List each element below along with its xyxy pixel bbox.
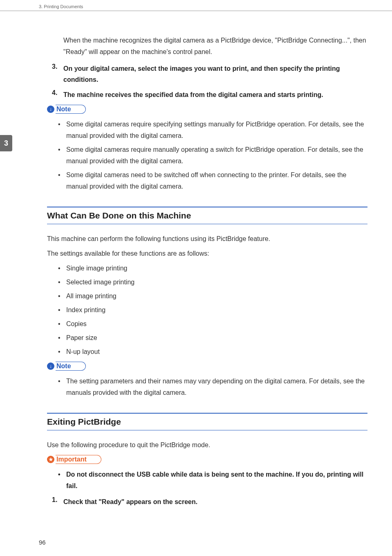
note-callout: ↓ Note — [47, 105, 367, 114]
note-list: Some digital cameras require specifying … — [57, 119, 367, 192]
list-item: Copies — [57, 318, 367, 330]
step-text: On your digital camera, select the image… — [63, 63, 367, 85]
step-number: 4. — [52, 89, 63, 100]
page-header: 3. Printing Documents — [39, 4, 83, 9]
step-text: Check that "Ready" appears on the screen… — [63, 496, 367, 507]
chapter-tab: 3 — [0, 135, 12, 151]
feature-list: Single image printing Selected image pri… — [57, 263, 367, 358]
note-border: Note — [56, 105, 86, 114]
header-rule — [0, 11, 392, 11]
list-item: The setting parameters and their names m… — [57, 376, 367, 398]
down-arrow-icon: ↓ — [47, 106, 54, 113]
section-heading: Exiting PictBridge — [47, 413, 367, 430]
list-item: Some digital cameras require manually op… — [57, 144, 367, 167]
note-label: Note — [56, 362, 85, 370]
body-paragraph: The settings available for these functio… — [47, 248, 367, 259]
intro-paragraph: When the machine recognizes the digital … — [63, 35, 367, 58]
step-item: 1. Check that "Ready" appears on the scr… — [52, 496, 367, 507]
important-border: Important — [56, 455, 101, 464]
step-item: 4. The machine receives the specified da… — [52, 89, 367, 100]
content-area: When the machine recognizes the digital … — [47, 35, 367, 511]
list-item: Do not disconnect the USB cable while da… — [57, 469, 367, 492]
down-arrow-icon: ↓ — [47, 362, 54, 370]
step-number: 1. — [52, 496, 63, 507]
note-border: Note — [56, 362, 86, 371]
page-number: 96 — [39, 539, 46, 546]
list-item: Selected image printing — [57, 277, 367, 288]
section-heading: What Can Be Done on this Machine — [47, 207, 367, 224]
body-paragraph: Use the following procedure to quit the … — [47, 439, 367, 451]
list-item: Some digital cameras need to be switched… — [57, 169, 367, 192]
list-item: All image printing — [57, 290, 367, 302]
step-item: 3. On your digital camera, select the im… — [52, 63, 367, 85]
important-list: Do not disconnect the USB cable while da… — [57, 469, 367, 492]
note-label: Note — [56, 106, 85, 113]
note-callout: ↓ Note — [47, 362, 367, 371]
list-item: Paper size — [57, 332, 367, 344]
star-icon: ★ — [47, 456, 54, 463]
list-item: Some digital cameras require specifying … — [57, 119, 367, 142]
list-item: N-up layout — [57, 346, 367, 358]
note-list: The setting parameters and their names m… — [57, 376, 367, 398]
step-number: 3. — [52, 63, 63, 85]
important-callout: ★ Important — [47, 455, 367, 464]
list-item: Index printing — [57, 304, 367, 316]
step-text: The machine receives the specified data … — [63, 89, 367, 100]
list-item: Single image printing — [57, 263, 367, 274]
body-paragraph: This machine can perform the following f… — [47, 233, 367, 245]
important-label: Important — [56, 456, 101, 463]
